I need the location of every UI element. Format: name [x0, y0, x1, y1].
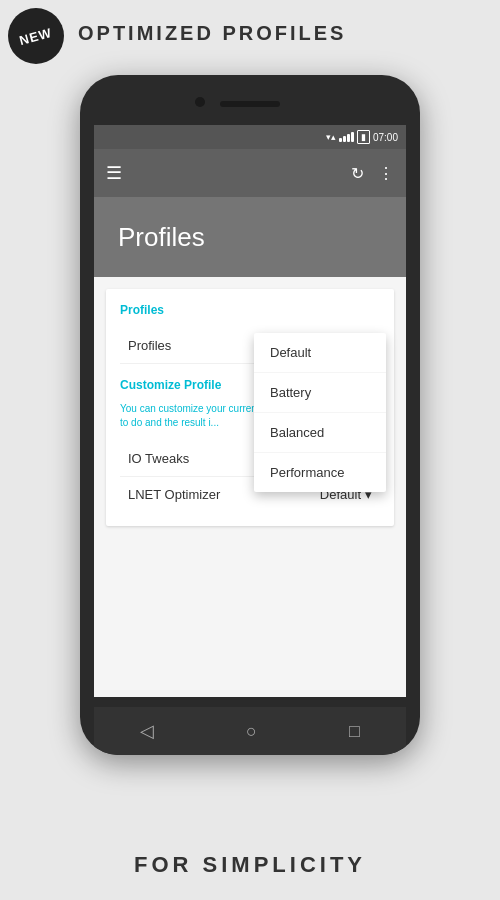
- signal-bar-2: [343, 136, 346, 142]
- dropdown-option-balanced[interactable]: Balanced: [254, 413, 386, 453]
- home-button[interactable]: ○: [246, 721, 257, 742]
- phone-speaker: [220, 101, 280, 107]
- dropdown-option-performance[interactable]: Performance: [254, 453, 386, 492]
- signal-bars: [339, 132, 354, 142]
- page-title: Profiles: [118, 222, 205, 253]
- phone-screen: ▾▴ ▮ 07:00 ☰: [94, 125, 406, 697]
- phone-camera: [195, 97, 205, 107]
- status-time: 07:00: [373, 132, 398, 143]
- signal-bar-3: [347, 134, 350, 142]
- dropdown-option-battery[interactable]: Battery: [254, 373, 386, 413]
- nav-bar: ◁ ○ □: [94, 707, 406, 755]
- phone-frame: ▾▴ ▮ 07:00 ☰: [80, 75, 420, 755]
- dropdown-option-default[interactable]: Default: [254, 333, 386, 373]
- status-bar: ▾▴ ▮ 07:00: [94, 125, 406, 149]
- more-options-button[interactable]: ⋮: [378, 164, 394, 183]
- new-badge: NEW: [8, 8, 64, 64]
- profiles-section-label: Profiles: [120, 303, 380, 317]
- lnet-label: LNET Optimizer: [128, 487, 220, 502]
- profiles-dropdown-menu: Default Battery Balanced Performance: [254, 333, 386, 492]
- recents-button[interactable]: □: [349, 721, 360, 742]
- profiles-dropdown-label: Profiles: [128, 338, 171, 353]
- signal-bar-4: [351, 132, 354, 142]
- page-header: Profiles: [94, 197, 406, 277]
- wifi-icon: ▾▴: [326, 132, 336, 142]
- refresh-button[interactable]: ↻: [351, 164, 364, 183]
- back-button[interactable]: ◁: [140, 720, 154, 742]
- bottom-title: FOR SIMPLICITY: [0, 852, 500, 878]
- hamburger-menu-button[interactable]: ☰: [106, 162, 122, 184]
- io-tweaks-label: IO Tweaks: [128, 451, 189, 466]
- content-area: Profiles Profiles ▾ Customize Profile Yo…: [94, 277, 406, 697]
- status-icons: ▾▴ ▮ 07:00: [326, 130, 398, 144]
- battery-icon: ▮: [357, 130, 370, 144]
- app-bar: ☰ ↻ ⋮: [94, 149, 406, 197]
- signal-bar-1: [339, 138, 342, 142]
- top-title: OPTIMIZED PROFILES: [78, 22, 490, 45]
